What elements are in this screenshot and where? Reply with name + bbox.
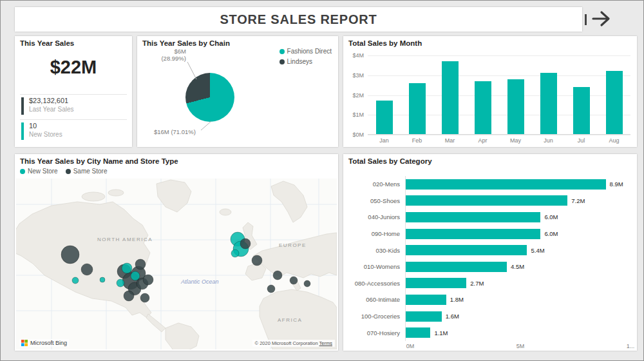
map-bubble-same-store[interactable] <box>267 285 275 293</box>
column-bar-aug[interactable] <box>606 71 623 134</box>
bar-050-shoes[interactable] <box>406 195 567 206</box>
pie-chart[interactable] <box>185 73 234 122</box>
legend-item[interactable]: Lindseys <box>279 58 332 65</box>
column-bar-feb[interactable] <box>409 83 426 134</box>
x-axis-tick: 0M <box>406 343 415 349</box>
legend-label: New Store <box>28 168 58 175</box>
category-rows: 020-Mens8.9M050-Shoes7.2M040-Juniors6.0M… <box>348 176 630 341</box>
x-axis: JanFebMarAprMayJunJulAug <box>368 137 630 144</box>
map-bubble-new-store[interactable] <box>100 277 105 282</box>
category-row: 030-Kids5.4M <box>348 242 630 259</box>
map-bubble-same-store[interactable] <box>252 255 262 266</box>
terms-link[interactable]: Terms <box>319 340 332 346</box>
kpi-row-new-stores[interactable]: 10 New Stores <box>21 122 127 141</box>
map-bubble-new-store[interactable] <box>117 279 124 287</box>
map-bubble-new-store[interactable] <box>231 249 239 257</box>
kpi-title: This Year Sales <box>20 39 74 47</box>
map-bubble-new-store[interactable] <box>131 271 140 280</box>
column-slot <box>598 55 630 134</box>
bar-track: 1.1M <box>405 324 630 341</box>
pie-callout-fashions-direct: $16M (71.01%) <box>154 128 196 135</box>
bar-value-label: 6.0M <box>544 230 558 237</box>
bar-track: 7.2M <box>405 193 630 210</box>
bar-090-home[interactable] <box>406 229 540 239</box>
category-bar-chart-card: Total Sales by Category 020-Mens8.9M050-… <box>343 154 637 351</box>
bar-value-label: 6.0M <box>544 213 558 220</box>
bar-020-mens[interactable] <box>406 179 606 190</box>
chart-title: This Year Sales by Chain <box>142 39 230 47</box>
x-axis-tick: May <box>499 137 532 144</box>
map-bubble-same-store[interactable] <box>124 291 134 301</box>
y-axis-tick: $0M <box>352 132 364 138</box>
legend-dot-icon <box>279 49 285 54</box>
column-chart-plot <box>368 55 630 135</box>
category-label: 010-Womens <box>348 263 405 270</box>
map-label-north-america: NORTH AMERICA <box>97 237 153 242</box>
map-bubble-same-store[interactable] <box>273 271 282 280</box>
map-bubble-new-store[interactable] <box>122 263 132 273</box>
copyright-text: © 2020 Microsoft Corporation <box>255 340 318 346</box>
category-row: 010-Womens4.5M <box>348 259 630 275</box>
bar-030-kids[interactable] <box>406 245 527 255</box>
map-bubble-same-store[interactable] <box>240 239 251 249</box>
bar-value-label: 1.1M <box>434 329 448 337</box>
bar-040-juniors[interactable] <box>406 212 540 222</box>
bing-attribution[interactable]: Microsoft Bing <box>19 339 69 347</box>
y-axis-tick: $2M <box>352 92 364 99</box>
map-label-atlantic-ocean: Atlantic Ocean <box>180 278 219 285</box>
bar-value-label: 5.4M <box>531 247 544 254</box>
column-slot <box>466 55 499 134</box>
month-bar-chart-card: Total Sales by Month $4M$3M$2M$1M$0M Jan… <box>343 36 637 147</box>
category-label: 020-Mens <box>348 180 405 188</box>
map-bubble-same-store[interactable] <box>140 293 149 302</box>
x-axis-tick: Mar <box>433 137 466 144</box>
column-slot <box>433 55 466 134</box>
bar-track: 6.0M <box>405 209 630 226</box>
map-bubble-same-store[interactable] <box>304 280 310 287</box>
bar-100-groceries[interactable] <box>406 311 442 322</box>
map-copyright: © 2020 Microsoft Corporation Terms <box>252 340 335 347</box>
column-bar-jul[interactable] <box>573 87 590 134</box>
map-bubble-same-store[interactable] <box>81 264 93 275</box>
column-slot <box>368 55 401 134</box>
column-bar-apr[interactable] <box>475 81 491 134</box>
category-row: 100-Groceries1.6M <box>348 308 630 325</box>
x-axis-tick: 1... <box>627 343 635 349</box>
next-page-arrow-button[interactable] <box>590 8 614 30</box>
x-axis-tick: Jan <box>368 137 401 144</box>
map-bubble-same-store[interactable] <box>290 277 298 284</box>
kpi-row-last-year[interactable]: $23,132,601 Last Year Sales <box>21 97 127 116</box>
bar-070-hosiery[interactable] <box>406 327 430 338</box>
column-bar-jun[interactable] <box>540 73 557 134</box>
column-bar-jan[interactable] <box>376 101 393 134</box>
legend-item[interactable]: Fashions Direct <box>279 48 332 55</box>
report-header: STORE SALES REPORT <box>15 7 582 32</box>
column-bar-mar[interactable] <box>442 61 459 134</box>
map-bubble-same-store[interactable] <box>61 246 79 264</box>
map-bubble-new-store[interactable] <box>72 277 79 284</box>
kpi-color-bar <box>21 97 24 115</box>
bar-value-label: 2.7M <box>470 280 484 287</box>
map-label-africa: AFRICA <box>278 317 302 323</box>
map-bubble-same-store[interactable] <box>135 259 146 269</box>
chart-title: This Year Sales by City Name and Store T… <box>20 157 178 165</box>
column-slot <box>565 55 598 134</box>
bar-080-accessories[interactable] <box>406 278 466 288</box>
bar-060-intimate[interactable] <box>406 295 446 305</box>
map-bubble-same-store[interactable] <box>143 275 153 285</box>
map-landmass <box>16 180 337 349</box>
category-label: 100-Groceries <box>348 313 405 320</box>
map[interactable]: NORTH AMERICA EUROPE AFRICA Atlantic Oce… <box>16 179 337 349</box>
category-label: 080-Accessories <box>348 280 405 287</box>
divider <box>20 94 127 95</box>
legend-item[interactable]: Same Store <box>66 168 108 175</box>
x-axis-tick: Feb <box>401 137 433 144</box>
bar-010-womens[interactable] <box>406 262 507 272</box>
gridline <box>368 135 630 135</box>
nav-handle[interactable] <box>585 14 587 25</box>
category-row: 040-Juniors6.0M <box>348 209 630 226</box>
legend-item[interactable]: New Store <box>20 168 58 175</box>
bar-value-label: 1.8M <box>450 296 464 303</box>
pie-callout-lindseys: $6M (28.99%) <box>140 48 186 62</box>
column-bar-may[interactable] <box>507 79 524 134</box>
